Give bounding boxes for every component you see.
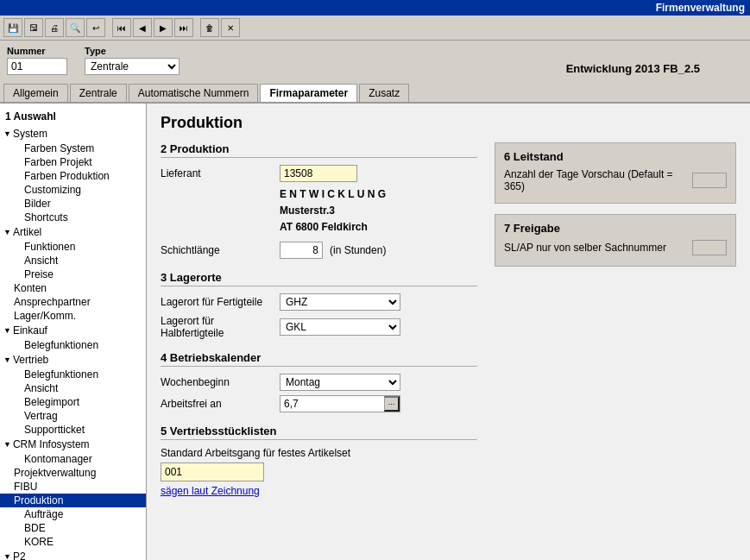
sidebar-item-kontomanager[interactable]: Kontomanager <box>0 452 146 466</box>
arrow-artikel: ▼ <box>3 228 11 236</box>
wochenbeginn-select[interactable]: Montag <box>280 374 400 391</box>
lieferant-label: Lieferant <box>161 167 273 179</box>
tab-zusatz[interactable]: Zusatz <box>359 84 409 102</box>
sl-input[interactable] <box>692 240 727 255</box>
sidebar-item-belegfunktionen-e[interactable]: Belegfunktionen <box>0 338 146 352</box>
content-title: Produktion <box>161 114 736 132</box>
arbeitsfrei-value: 6,7 <box>280 397 384 411</box>
title-bar: Firmenverwaltung <box>0 0 750 16</box>
content-area: Produktion 2 Produktion Lieferant E N T … <box>147 104 750 560</box>
sidebar-item-belegfunktionen-v[interactable]: Belegfunktionen <box>0 368 146 381</box>
address-line1: E N T W I C K L U N G <box>280 186 477 203</box>
sidebar-item-auftraege[interactable]: Aufträge <box>0 507 146 521</box>
section-vertriebsstuecklisten-header: 5 Vertriebsstücklisten <box>161 425 477 440</box>
tage-input[interactable] <box>692 173 727 188</box>
sidebar-item-ansprechpartner[interactable]: Ansprechpartner <box>0 295 146 309</box>
sidebar-group-artikel[interactable]: ▼ Artikel <box>0 224 146 240</box>
sidebar-item-konten[interactable]: Konten <box>0 281 146 295</box>
arbeitsfrei-btn[interactable]: ··· <box>384 396 400 412</box>
tabs: Allgemein Zentrale Automatische Nummern … <box>0 80 750 104</box>
section-freigabe-header: 7 Freigabe <box>504 222 727 235</box>
sidebar-item-belegimport[interactable]: Belegimport <box>0 395 146 409</box>
fertigteile-select[interactable]: GHZ <box>280 293 400 311</box>
section-freigabe: 7 Freigabe SL/AP nur von selber Sachnumm… <box>495 214 736 267</box>
type-select[interactable]: Zentrale Filiale <box>85 58 180 75</box>
type-group: Type Zentrale Filiale <box>85 46 180 75</box>
lieferant-row: Lieferant <box>161 165 477 182</box>
arbeitsfrei-input-wrapper: 6,7 ··· <box>280 395 400 412</box>
sidebar-group-crm[interactable]: ▼ CRM Infosystem <box>0 437 146 452</box>
sidebar-item-customizing[interactable]: Customizing <box>0 183 146 197</box>
address-line2: Musterstr.3 <box>280 203 477 219</box>
title-bar-label: Firmenverwaltung <box>656 2 745 14</box>
wochenbeginn-row: Wochenbeginn Montag <box>161 374 477 391</box>
section-leitstand: 6 Leitstand Anzahl der Tage Vorschau (De… <box>495 142 736 204</box>
col-left: 2 Produktion Lieferant E N T W I C K L U… <box>161 142 477 509</box>
address-block: E N T W I C K L U N G Musterstr.3 AT 680… <box>280 186 477 236</box>
sidebar-item-supportticket[interactable]: Supportticket <box>0 423 146 437</box>
sidebar-item-bde[interactable]: BDE <box>0 521 146 535</box>
arrow-vertrieb: ▼ <box>3 356 11 364</box>
toolbar-delete[interactable]: 🗑 <box>200 18 219 37</box>
sidebar-item-farben-produktion[interactable]: Farben Produktion <box>0 169 146 183</box>
sidebar-item-fibu[interactable]: FIBU <box>0 480 146 494</box>
halbfertigteile-select[interactable]: GKL <box>280 318 400 336</box>
lieferant-input[interactable] <box>280 165 357 182</box>
sidebar-item-preise[interactable]: Preise <box>0 267 146 281</box>
section-produktion-header: 2 Produktion <box>161 142 477 158</box>
sidebar-item-vertrag[interactable]: Vertrag <box>0 409 146 423</box>
two-col-layout: 2 Produktion Lieferant E N T W I C K L U… <box>161 142 736 509</box>
sidebar-p2-label: P2 <box>13 551 26 560</box>
sidebar-header-auswahl: 1 Auswahl <box>0 107 146 126</box>
section-lagerorte: 3 Lagerorte Lagerort für Fertigteile GHZ… <box>161 271 477 339</box>
toolbar-save2[interactable]: 🖫 <box>24 18 43 37</box>
sidebar-item-farben-system[interactable]: Farben System <box>0 142 146 155</box>
sidebar-crm-label: CRM Infosystem <box>13 438 90 450</box>
toolbar-first[interactable]: ⏮ <box>112 18 131 37</box>
toolbar-next[interactable]: ▶ <box>154 18 173 37</box>
arbeitsfrei-label: Arbeitsfrei an <box>161 398 273 410</box>
sidebar-item-projektverwaltung[interactable]: Projektverwaltung <box>0 466 146 480</box>
sidebar-item-bilder[interactable]: Bilder <box>0 197 146 211</box>
toolbar-save1[interactable]: 💾 <box>3 18 22 37</box>
col-right: 6 Leitstand Anzahl der Tage Vorschau (De… <box>495 142 736 509</box>
toolbar-print[interactable]: 🖨 <box>45 18 64 37</box>
sidebar-group-vertrieb[interactable]: ▼ Vertrieb <box>0 352 146 368</box>
tab-firmaparameter[interactable]: Firmaparameter <box>260 84 357 102</box>
standard-input[interactable] <box>161 462 264 481</box>
sidebar: 1 Auswahl ▼ System Farben System Farben … <box>0 104 147 560</box>
sidebar-item-ansicht[interactable]: Ansicht <box>0 254 146 267</box>
tage-label: Anzahl der Tage Vorschau (Default = 365) <box>504 168 687 192</box>
toolbar-search[interactable]: 🔍 <box>66 18 85 37</box>
halbfertigteile-row: Lagerort für Halbfertigteile GKL <box>161 315 477 339</box>
section-leitstand-header: 6 Leitstand <box>504 150 727 163</box>
sidebar-item-kore[interactable]: KORE <box>0 535 146 549</box>
link-saegen[interactable]: sägen laut Zeichnung <box>161 485 260 497</box>
arrow-system: ▼ <box>3 129 11 138</box>
fertigteile-row: Lagerort für Fertigteile GHZ <box>161 293 477 311</box>
sidebar-item-shortcuts[interactable]: Shortcuts <box>0 211 146 224</box>
toolbar-last[interactable]: ⏭ <box>174 18 193 37</box>
sidebar-group-einkauf[interactable]: ▼ Einkauf <box>0 323 146 338</box>
schichtlaenge-row: Schichtlänge (in Stunden) <box>161 242 477 259</box>
sidebar-group-p2[interactable]: ▼ P2 <box>0 549 146 560</box>
tab-allgemein[interactable]: Allgemein <box>3 84 68 102</box>
sidebar-item-farben-projekt[interactable]: Farben Projekt <box>0 155 146 169</box>
schichtlaenge-hint: (in Stunden) <box>330 244 386 256</box>
schichtlaenge-input[interactable] <box>280 242 323 259</box>
toolbar-undo[interactable]: ↩ <box>86 18 105 37</box>
sidebar-system-label: System <box>13 128 47 140</box>
tab-zentrale[interactable]: Zentrale <box>70 84 127 102</box>
section-produktion: 2 Produktion Lieferant E N T W I C K L U… <box>161 142 477 259</box>
sidebar-item-produktion[interactable]: Produktion <box>0 494 146 507</box>
sidebar-group-system[interactable]: ▼ System <box>0 126 146 142</box>
tab-automatische-nummern[interactable]: Automatische Nummern <box>129 84 259 102</box>
sidebar-item-ansicht-v[interactable]: Ansicht <box>0 381 146 395</box>
sidebar-item-funktionen[interactable]: Funktionen <box>0 240 146 254</box>
sl-label: SL/AP nur von selber Sachnummer <box>504 242 687 254</box>
sidebar-item-lager-komm[interactable]: Lager/Komm. <box>0 309 146 323</box>
toolbar-close[interactable]: ✕ <box>221 18 240 37</box>
nummer-input[interactable] <box>7 58 67 75</box>
toolbar-prev[interactable]: ◀ <box>133 18 152 37</box>
header-title: Entwicklung 2013 FB_2.5 <box>566 62 700 75</box>
